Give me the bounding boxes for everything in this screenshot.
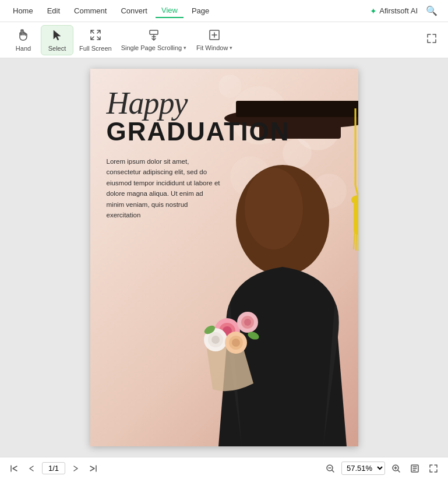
expand-button[interactable] (422, 29, 441, 51)
prev-page-button[interactable] (24, 463, 38, 474)
ai-label[interactable]: ✦ Afirstsoft AI (370, 6, 418, 16)
menu-comment[interactable]: Comment (68, 4, 112, 17)
fit-window-dropdown-arrow: ▾ (230, 45, 232, 51)
toolbar: Hand Select Full Screen (0, 22, 448, 58)
svg-line-9 (354, 232, 355, 249)
last-page-button[interactable] (86, 463, 100, 474)
select-tool-label: Select (48, 45, 66, 52)
search-button[interactable]: 🔍 (422, 4, 441, 17)
next-page-button[interactable] (69, 463, 83, 474)
ai-label-text: Afirstsoft AI (379, 6, 418, 15)
menu-edit[interactable]: Edit (41, 4, 66, 17)
single-page-label-row: Single Page Scrolling ▾ (121, 44, 187, 51)
fit-window-icon (208, 29, 221, 43)
graduation-heading: GRADUATION (107, 119, 342, 145)
svg-line-10 (356, 233, 357, 251)
select-cursor-icon (51, 29, 64, 43)
lorem-ipsum-text: Lorem ipsum dolor sit amet, consectetur … (107, 156, 223, 220)
ai-star-icon: ✦ (370, 6, 377, 16)
status-bar: 57.51% 50% 75% 100% 125% 150% (0, 457, 448, 479)
happy-heading: Happy (107, 87, 342, 119)
hand-icon (17, 29, 30, 43)
page-number-input[interactable] (42, 462, 65, 474)
fullscreen-status-button[interactable] (426, 462, 441, 475)
svg-point-28 (232, 339, 240, 347)
select-tool-button[interactable]: Select (41, 25, 73, 55)
menu-items: Home Edit Comment Convert View Page (7, 3, 215, 18)
svg-point-22 (244, 319, 251, 326)
expand-buttons (422, 29, 441, 51)
single-page-scrolling-button[interactable]: Single Page Scrolling ▾ (118, 25, 191, 55)
menu-view[interactable]: View (156, 3, 184, 18)
single-page-dropdown-arrow: ▾ (184, 45, 186, 51)
fullscreen-icon (89, 29, 102, 43)
hand-tool-button[interactable]: Hand (7, 25, 40, 55)
menu-right: ✦ Afirstsoft AI 🔍 (370, 4, 441, 17)
menu-page[interactable]: Page (186, 4, 215, 17)
fit-page-button[interactable] (407, 462, 422, 475)
menu-convert[interactable]: Convert (115, 4, 153, 17)
menu-home[interactable]: Home (7, 4, 39, 17)
fullscreen-label: Full Screen (79, 45, 112, 52)
zoom-select[interactable]: 57.51% 50% 75% 100% 125% 150% (341, 462, 385, 475)
pdf-page: Happy GRADUATION Lorem ipsum dolor sit a… (90, 69, 358, 446)
menu-bar: Home Edit Comment Convert View Page ✦ Af… (0, 0, 448, 22)
first-page-button[interactable] (7, 463, 21, 474)
svg-point-25 (211, 336, 220, 344)
single-page-icon (147, 29, 160, 43)
fullscreen-button[interactable]: Full Screen (75, 25, 117, 55)
svg-rect-0 (150, 30, 158, 34)
hand-tool-label: Hand (16, 45, 31, 52)
fit-window-label-row: Fit Window ▾ (196, 44, 232, 51)
main-content-area: Happy GRADUATION Lorem ipsum dolor sit a… (0, 58, 448, 457)
fit-window-label: Fit Window (196, 44, 228, 51)
zoom-in-button[interactable] (389, 462, 404, 475)
fit-window-button[interactable]: Fit Window ▾ (191, 25, 238, 55)
single-page-label: Single Page Scrolling (121, 44, 182, 51)
graduation-card-content: Happy GRADUATION Lorem ipsum dolor sit a… (90, 69, 358, 220)
zoom-out-button[interactable] (323, 462, 338, 475)
